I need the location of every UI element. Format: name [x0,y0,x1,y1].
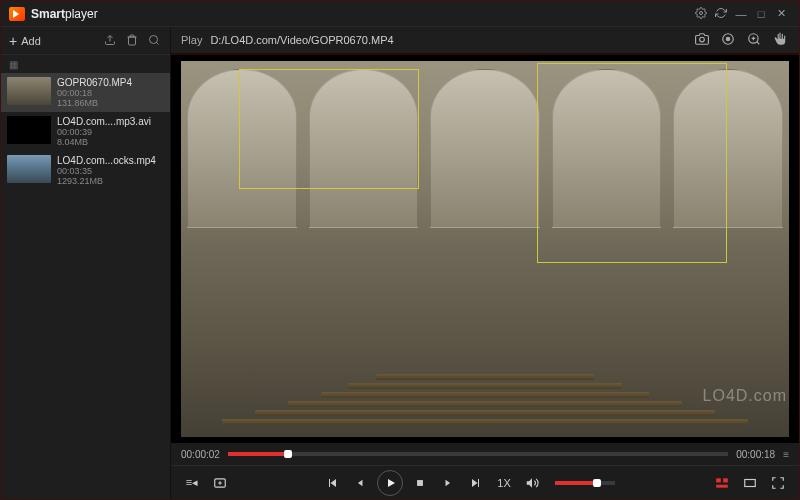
frame-forward-icon[interactable] [437,472,459,494]
settings-gear-icon[interactable] [691,7,711,21]
total-time: 00:00:18 [736,449,775,460]
current-time: 00:00:02 [181,449,220,460]
progress-row: 00:00:02 00:00:18 ≡ [171,443,799,465]
aspect-icon[interactable] [739,472,761,494]
search-icon[interactable] [146,34,162,48]
play-label: Play [181,34,202,46]
fullscreen-icon[interactable] [767,472,789,494]
video-area: Play D:/LO4D.com/Video/GOPR0670.MP4 [171,27,799,499]
svg-rect-10 [716,484,728,487]
item-duration: 00:03:35 [57,166,156,176]
svg-rect-11 [745,479,756,486]
svg-rect-9 [723,478,728,482]
import-icon[interactable] [102,34,118,48]
refresh-icon[interactable] [711,7,731,21]
item-name: LO4D.com...ocks.mp4 [57,155,156,166]
record-icon[interactable] [719,32,737,49]
close-icon[interactable]: ✕ [771,7,791,20]
file-path: D:/LO4D.com/Video/GOPR0670.MP4 [210,34,393,46]
volume-thumb[interactable] [593,479,601,487]
add-clip-icon[interactable] [209,472,231,494]
prev-file-icon[interactable]: ≡◂ [181,472,203,494]
svg-rect-7 [417,480,423,486]
stop-button[interactable] [409,472,431,494]
playlist-item[interactable]: LO4D.com....mp3.avi 00:00:39 8.04MB [1,112,170,151]
svg-point-2 [700,37,705,42]
thumbnail [7,77,51,105]
video-toolbar: Play D:/LO4D.com/Video/GOPR0670.MP4 [171,27,799,55]
step-back-icon[interactable] [321,472,343,494]
zoom-icon[interactable] [745,32,763,49]
svg-point-4 [726,37,730,41]
seek-fill [228,452,288,456]
volume-icon[interactable] [521,472,543,494]
zoom-source-rectangle[interactable] [239,69,419,189]
playlist-item[interactable]: LO4D.com...ocks.mp4 00:03:35 1293.21MB [1,151,170,190]
add-button[interactable]: + Add [9,33,41,49]
playlist-sidebar: + Add ▦ [1,27,171,499]
minimize-icon[interactable]: — [731,8,751,20]
snapshot-icon[interactable] [693,32,711,49]
hand-icon[interactable] [771,32,789,49]
playlist-toggle-icon[interactable]: ≡ [783,449,789,460]
volume-slider[interactable] [555,481,615,485]
svg-point-1 [150,35,158,43]
maximize-icon[interactable]: □ [751,8,771,20]
item-name: LO4D.com....mp3.avi [57,116,151,127]
zoom-preview-rectangle[interactable] [537,63,727,263]
sidebar-toolbar: + Add [1,27,170,55]
thumbnail [7,155,51,183]
thumbnail [7,116,51,144]
title-bar: Smartplayer — □ ✕ [1,1,799,27]
frame-back-icon[interactable] [349,472,371,494]
app-title: Smartplayer [31,7,98,21]
item-size: 131.86MB [57,98,132,108]
item-name: GOPR0670.MP4 [57,77,132,88]
add-label: Add [21,35,41,47]
watermark: LO4D.com [703,387,787,405]
item-duration: 00:00:39 [57,127,151,137]
app-logo-icon [9,7,25,21]
svg-point-0 [700,11,703,14]
seek-bar[interactable] [228,452,728,456]
control-bar: ≡◂ [171,465,799,499]
video-viewport[interactable]: LO4D.com [171,55,799,443]
delete-icon[interactable] [124,34,140,48]
video-frame [181,61,789,437]
volume-fill [555,481,597,485]
split-view-icon[interactable] [711,472,733,494]
seek-thumb[interactable] [284,450,292,458]
svg-rect-8 [716,478,721,482]
playlist: GOPR0670.MP4 00:00:18 131.86MB LO4D.com.… [1,73,170,499]
playback-speed[interactable]: 1X [497,477,510,489]
play-button[interactable] [377,470,403,496]
plus-icon: + [9,33,17,49]
item-size: 8.04MB [57,137,151,147]
item-duration: 00:00:18 [57,88,132,98]
grid-view-icon[interactable]: ▦ [9,59,18,70]
item-size: 1293.21MB [57,176,156,186]
step-forward-icon[interactable] [465,472,487,494]
sidebar-view-row: ▦ [1,55,170,73]
playlist-item[interactable]: GOPR0670.MP4 00:00:18 131.86MB [1,73,170,112]
